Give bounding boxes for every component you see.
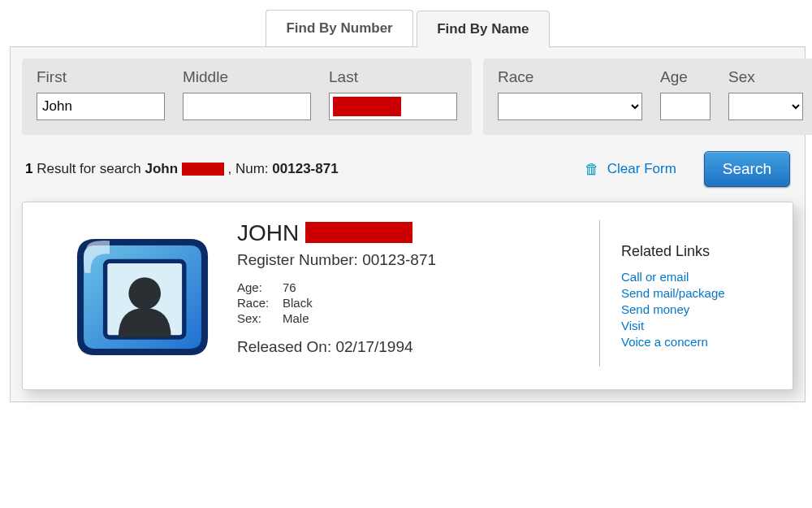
race-label: Race bbox=[498, 68, 642, 86]
search-button[interactable]: Search bbox=[704, 151, 790, 187]
trash-icon: 🗑 bbox=[585, 161, 599, 178]
last-label: Last bbox=[329, 68, 457, 86]
sex-label: Sex bbox=[728, 68, 803, 86]
link-voice-concern[interactable]: Voice a concern bbox=[621, 335, 770, 349]
search-panel: First Middle Last Race bbox=[10, 46, 806, 402]
kv-sex: Sex:Male bbox=[237, 311, 585, 325]
first-input[interactable] bbox=[37, 93, 165, 120]
result-card: JOHN Register Number: 00123-871 Age:76 R… bbox=[22, 202, 793, 390]
kv-age: Age:76 bbox=[237, 280, 585, 294]
link-send-mail[interactable]: Send mail/package bbox=[621, 286, 770, 300]
inmate-name: JOHN bbox=[237, 220, 585, 246]
sex-select[interactable] bbox=[728, 93, 803, 120]
age-label: Age bbox=[660, 68, 710, 86]
first-label: First bbox=[37, 68, 165, 86]
register-number: Register Number: 00123-871 bbox=[237, 251, 585, 269]
link-visit[interactable]: Visit bbox=[621, 319, 770, 332]
race-select[interactable] bbox=[498, 93, 642, 120]
tab-find-by-number[interactable]: Find By Number bbox=[266, 10, 412, 46]
redacted-lastname bbox=[182, 163, 224, 176]
link-call-email[interactable]: Call or email bbox=[621, 270, 770, 284]
released-on: Released On: 02/17/1994 bbox=[237, 338, 585, 356]
last-input[interactable] bbox=[329, 93, 457, 120]
redacted-lastname-heading bbox=[305, 222, 412, 243]
link-send-money[interactable]: Send money bbox=[621, 302, 770, 316]
name-fields-group: First Middle Last bbox=[22, 59, 472, 135]
tab-find-by-name[interactable]: Find By Name bbox=[417, 11, 549, 48]
middle-label: Middle bbox=[183, 68, 311, 86]
svg-point-1 bbox=[128, 277, 161, 310]
demographic-fields-group: Race Age Sex bbox=[483, 59, 812, 135]
inmate-photo-placeholder bbox=[45, 220, 232, 367]
result-summary: 1 Result for search John , Num: 00123-87… bbox=[25, 161, 339, 177]
kv-race: Race:Black bbox=[237, 296, 585, 310]
middle-input[interactable] bbox=[183, 93, 311, 120]
person-frame-icon bbox=[66, 220, 212, 367]
age-input[interactable] bbox=[660, 93, 710, 120]
tab-bar: Find By Number Find By Name bbox=[10, 10, 806, 47]
related-links-heading: Related Links bbox=[621, 243, 770, 260]
clear-form-link[interactable]: 🗑 Clear Form bbox=[585, 161, 676, 178]
